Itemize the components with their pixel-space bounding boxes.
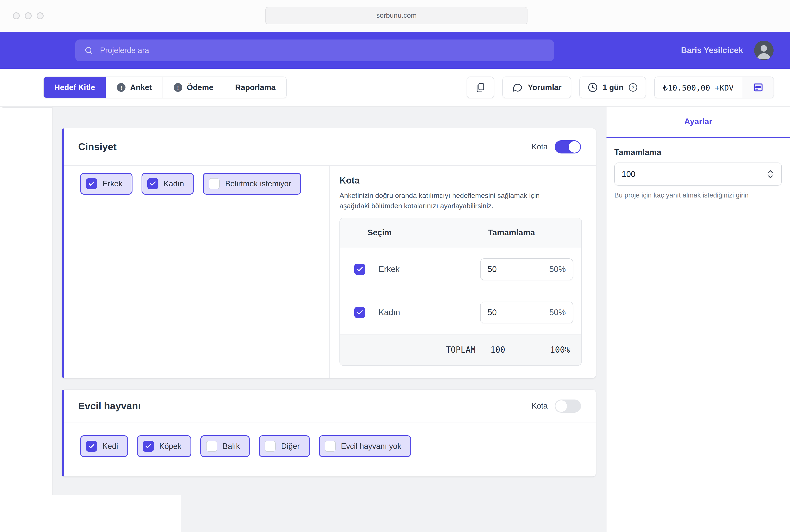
receipt-icon[interactable] [742,77,773,98]
window-minimize-button[interactable] [25,12,32,19]
toolbar-actions: Yorumlar 1 gün ? ₺10.500,00 +KDV [466,77,774,98]
checkbox-unchecked-icon[interactable] [324,441,335,452]
spinner-down-icon [768,175,773,178]
column-header-tamamlama: Tamamlama [488,228,535,238]
app-window: sorbunu.com Projelerde ara Baris Yesilci… [0,0,790,532]
price-summary-button[interactable]: ₺10.500,00 +KDV [654,77,774,98]
address-bar-url: sorbunu.com [376,12,417,20]
card-title: Cinsiyet [78,141,117,153]
quota-table: Seçim Tamamlama Erkek 50 50% [340,218,582,366]
checkbox-checked-icon[interactable] [354,307,365,318]
total-value: 100 [490,345,505,355]
card-evcil-header: Evcil hayvanı Kota [62,390,596,423]
total-percent: 100% [550,345,570,355]
completion-input[interactable]: 100 [614,163,782,186]
toolbar: Hedef Kitle ! Anket ! Ödeme Raporlama [0,69,790,107]
chip-diger[interactable]: Diğer [259,435,310,457]
search-icon [84,46,93,55]
quota-description: Anketinizin doğru oranda katılımcıyı hed… [340,191,570,211]
checkbox-unchecked-icon[interactable] [209,178,220,189]
checkbox-checked-icon[interactable] [143,441,154,452]
checkbox-checked-icon[interactable] [354,264,365,275]
left-panel [0,107,53,532]
duration-label: 1 gün [602,83,623,92]
quota-toggle-on[interactable] [555,140,581,153]
chip-evcil-hayvani-yok[interactable]: Evcil hayvanı yok [319,435,411,457]
quota-value-input[interactable]: 50 50% [480,259,573,280]
row-label: Erkek [379,265,400,274]
chip-label: Köpek [159,442,181,451]
card-cinsiyet-body: Erkek Kadın Belirtmek istemiyor [62,166,596,378]
chip-kedi[interactable]: Kedi [80,435,128,457]
chip-erkek[interactable]: Erkek [80,173,132,195]
chip-label: Erkek [102,179,122,188]
number-stepper[interactable] [764,168,776,180]
tab-hedef-kitle[interactable]: Hedef Kitle [44,77,107,98]
search-input[interactable]: Projelerde ara [75,39,554,61]
checkbox-unchecked-icon[interactable] [265,441,276,452]
divider [2,108,52,108]
quota-toggle-off[interactable] [555,400,581,413]
tab-ayarlar[interactable]: Ayarlar [606,107,790,138]
tab-label: Ödeme [187,83,213,92]
avatar[interactable] [754,41,773,60]
quota-column: Kota Anketinizin doğru oranda katılımcıy… [330,166,596,378]
table-row-kadin: Kadın 50 50% [340,291,581,335]
total-label: TOPLAM [446,345,476,355]
toggle-knob [569,141,580,153]
quota-percent: 50% [549,265,566,274]
address-bar[interactable]: sorbunu.com [265,7,527,24]
chip-label: Kadın [163,179,184,188]
search-placeholder: Projelerde ara [100,46,149,55]
checkbox-checked-icon[interactable] [147,178,158,189]
warning-icon: ! [174,83,182,92]
sidebar-tab-label: Ayarlar [684,117,712,126]
quota-percent: 50% [549,308,566,318]
sidebar-body: Tamamlama 100 Bu proje için kaç yanıt al… [606,138,790,199]
chip-belirtmek-istemiyor[interactable]: Belirtmek istemiyor [203,173,301,195]
option-chips: Erkek Kadın Belirtmek istemiyor [62,166,329,195]
window-close-button[interactable] [13,12,20,19]
table-total-row: TOPLAM 100 100% [340,335,581,365]
tab-anket[interactable]: ! Anket [107,77,163,98]
card-cinsiyet-header: Cinsiyet Kota [62,128,596,166]
chip-label: Evcil hayvanı yok [341,442,401,451]
column-header-secim: Seçim [340,228,488,238]
tab-odeme[interactable]: ! Ödeme [163,77,225,98]
comments-button[interactable]: Yorumlar [502,77,571,98]
card-evcil-hayvani: Evcil hayvanı Kota Kedi [62,390,596,476]
table-row-erkek: Erkek 50 50% [340,248,581,291]
clock-icon [587,82,598,93]
duration-button[interactable]: 1 gün ? [579,77,646,98]
toggle-knob [556,400,567,412]
tab-label: Raporlama [235,83,275,92]
options-column: Erkek Kadın Belirtmek istemiyor [62,166,330,378]
chip-balik[interactable]: Balık [200,435,250,457]
row-label: Kadın [379,308,400,318]
quota-control: Kota [532,400,581,413]
user-menu[interactable]: Baris Yesilcicek [681,32,773,69]
completion-label: Tamamlama [614,148,782,157]
checkbox-unchecked-icon[interactable] [206,441,217,452]
option-chips: Kedi Köpek Balık Diğer [62,423,596,457]
quota-value-input[interactable]: 50 50% [480,302,573,324]
main-content: Cinsiyet Kota Erkek [62,128,596,476]
window-zoom-button[interactable] [37,12,44,19]
step-tabs: Hedef Kitle ! Anket ! Ödeme Raporlama [43,77,287,98]
chip-kadin[interactable]: Kadın [141,173,194,195]
tab-raporlama[interactable]: Raporlama [225,77,286,98]
copy-icon [475,82,485,93]
divider [767,174,774,174]
tab-label: Anket [130,83,152,92]
checkbox-checked-icon[interactable] [86,178,97,189]
warning-icon: ! [117,83,126,92]
help-icon[interactable]: ? [628,82,638,93]
duplicate-button[interactable] [466,77,494,98]
chip-kopek[interactable]: Köpek [137,435,191,457]
completion-help-text: Bu proje için kaç yanıt almak istediğini… [614,191,782,199]
quota-value: 50 [487,308,497,318]
price-label: ₺10.500,00 +KDV [655,83,742,92]
chip-label: Balık [223,442,240,451]
checkbox-checked-icon[interactable] [86,441,97,452]
completion-value: 100 [622,169,636,179]
